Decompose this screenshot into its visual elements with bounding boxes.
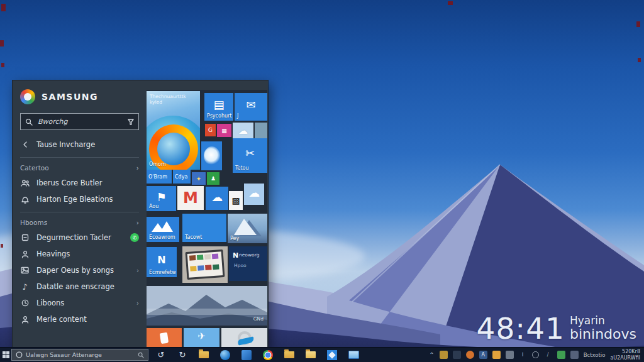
tray-icon[interactable] <box>532 351 539 358</box>
artifact <box>448 1 453 5</box>
tray-caret-icon[interactable]: ⌃ <box>429 351 434 358</box>
tile-tiny-brush[interactable]: ✦ <box>192 172 206 185</box>
filter-icon[interactable] <box>128 119 134 125</box>
glass-icon <box>160 332 169 344</box>
chevron-right-icon: › <box>136 267 139 274</box>
menu-item[interactable]: Degurmection Tacler ✆ <box>20 229 139 246</box>
tray-icon[interactable] <box>506 351 514 359</box>
task-view-icon[interactable]: ↺ <box>155 349 167 361</box>
tray-language-label[interactable]: Bctxotio <box>584 352 606 358</box>
back-row[interactable]: Tause Invcharge <box>20 136 139 153</box>
tile-dark-news[interactable]: N neoworg Hpoo <box>229 246 267 281</box>
tile-qr[interactable]: ▩ <box>229 191 243 210</box>
chrome-icon[interactable] <box>262 349 274 361</box>
menu-item[interactable]: Daper Oeus by songs › <box>20 262 139 278</box>
tray-clock[interactable]: 520Kr8 aU2AURWfil <box>610 349 640 361</box>
taskbar-search[interactable]: Ualwgn Sasaur Attenarge <box>11 349 148 361</box>
sync-icon[interactable]: ↻ <box>176 349 189 361</box>
system-tray: ⌃ A i / Bctxotio 520Kr8 aU2AURWfil <box>429 349 644 361</box>
tile-gmail[interactable]: M <box>177 186 204 210</box>
tray-icon[interactable] <box>453 351 461 359</box>
tray-icon[interactable] <box>466 351 474 359</box>
taskbar-app-icons: ↺ ↻ <box>155 349 360 361</box>
tile-calculator[interactable]: ▤ Psycohurt <box>204 93 233 121</box>
artifact <box>1 4 6 11</box>
tile-weather-small[interactable]: ☁ <box>233 123 253 138</box>
tile-snip[interactable]: ✂ Tetou <box>233 138 267 173</box>
tile-firefox-bottom-label: Omom <box>149 162 166 168</box>
tile-onedrive[interactable]: ☁ <box>206 187 228 210</box>
menu-item[interactable]: Iberus Core Butler <box>20 175 139 191</box>
cortana-icon <box>16 351 23 358</box>
tile-mountain-photo[interactable]: Pey <box>228 214 267 243</box>
bell-icon <box>21 195 29 204</box>
folder-icon[interactable] <box>283 349 296 361</box>
paper-plane-icon: ✈ <box>197 331 206 342</box>
file-explorer-icon[interactable] <box>347 349 360 361</box>
chevron-right-icon[interactable]: › <box>136 164 139 172</box>
tray-icon[interactable]: A <box>479 351 487 359</box>
image-icon <box>21 266 29 274</box>
tile-panorama-photo[interactable]: GNd <box>147 286 267 326</box>
tile-white-app[interactable] <box>221 328 267 348</box>
start-button[interactable] <box>0 348 11 362</box>
qr-icon: ▩ <box>231 195 240 206</box>
tray-icon[interactable]: i <box>519 351 527 359</box>
tray-icon[interactable] <box>557 351 565 359</box>
tile-bird-app[interactable]: ✈ <box>184 328 219 348</box>
tile-mail[interactable]: ✉ J <box>235 93 267 121</box>
edge-icon[interactable] <box>219 349 231 361</box>
calculator-icon: ▤ <box>213 98 224 111</box>
person-mini-icon: ♟ <box>211 175 216 182</box>
music-icon: ♪ <box>20 282 30 292</box>
tile-obram[interactable]: O'Bram <box>147 170 172 184</box>
app-icon <box>21 234 29 241</box>
tile-orange-app[interactable] <box>147 328 182 348</box>
cloud-icon: ☁ <box>248 186 260 199</box>
tile-tiny-green[interactable]: ♟ <box>207 172 219 185</box>
tray-icon[interactable] <box>570 351 579 359</box>
tile-grey-small[interactable] <box>255 123 267 138</box>
tray-icon[interactable] <box>492 351 501 359</box>
chevron-right-icon: › <box>136 300 139 307</box>
tile-photos-app[interactable]: Ecoawrom <box>147 217 179 242</box>
cloud-icon: ☁ <box>211 190 223 203</box>
artifact <box>1 244 3 248</box>
taskbar: Ualwgn Sasaur Attenarge ↺ ↻ ⌃ A i / <box>0 348 644 362</box>
start-search-input[interactable] <box>36 117 124 126</box>
blue-app-icon[interactable] <box>240 349 253 361</box>
folder-icon[interactable] <box>197 349 210 361</box>
folder-icon[interactable] <box>304 349 317 361</box>
tile-cdya[interactable]: Cdya <box>173 170 191 184</box>
flag-icon: ⚑ <box>156 190 166 203</box>
tray-icon[interactable] <box>440 351 448 359</box>
artifact <box>0 40 4 47</box>
menu-item[interactable]: Heavings <box>20 246 139 262</box>
menu-item[interactable]: Merle content <box>20 311 139 327</box>
menu-item[interactable]: Liboons › <box>20 295 139 311</box>
tile-pink-app[interactable]: ▦ <box>217 124 231 137</box>
people-icon <box>21 179 30 187</box>
tile-firefox-label1: Thechnuaurtttk <box>150 94 186 99</box>
tile-weather-light[interactable]: ☁ <box>244 184 264 205</box>
tile-screenshot[interactable] <box>182 246 228 283</box>
photos-app-icon[interactable] <box>326 349 338 361</box>
tile-firefox[interactable]: Thechnuaurtttk kyled Omom <box>147 91 200 170</box>
clock-caption-line2: binindovs <box>570 327 636 341</box>
menu-item[interactable]: Harton Ege Bleations <box>20 191 139 207</box>
gmail-icon: M <box>183 190 198 206</box>
panorama-image <box>147 286 267 326</box>
brush-icon: ✦ <box>196 175 201 182</box>
tray-icon[interactable]: / <box>544 351 552 359</box>
start-search-box[interactable] <box>20 113 139 130</box>
menu-item[interactable]: ♪ Datatle ane enscrage <box>20 278 139 295</box>
tile-cloud-swirl[interactable] <box>201 141 222 170</box>
tile-red-app[interactable]: G <box>205 124 216 136</box>
chevron-right-icon[interactable]: › <box>136 219 139 226</box>
search-icon <box>138 352 144 358</box>
tile-flag[interactable]: ⚑ Aou <box>147 186 176 211</box>
mail-icon: ✉ <box>246 98 255 111</box>
artifact <box>1 63 4 67</box>
tile-news[interactable]: N Ecmrefetw <box>147 247 177 277</box>
tile-big-blue[interactable]: Tacowt <box>182 214 226 242</box>
